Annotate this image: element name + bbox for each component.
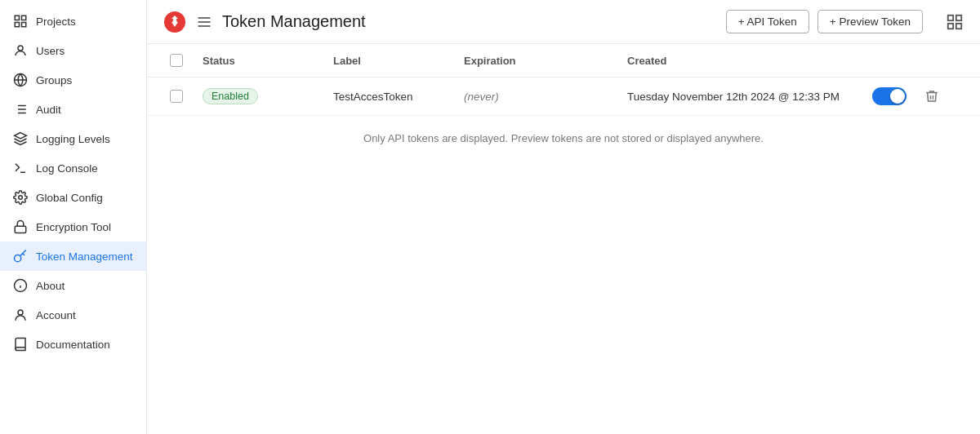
- row-checkbox: [163, 82, 196, 111]
- row-checkbox-input[interactable]: [170, 90, 183, 103]
- info-text: Only API tokens are displayed. Preview t…: [147, 116, 980, 161]
- sidebar-item-log-console[interactable]: Log Console: [0, 153, 146, 183]
- delete-button[interactable]: [921, 86, 942, 107]
- svg-rect-26: [948, 15, 953, 20]
- col-toggle: [866, 51, 915, 70]
- sidebar-item-label: Encryption Tool: [36, 221, 111, 233]
- sidebar-item-projects[interactable]: Projects: [0, 7, 146, 36]
- sidebar: Projects Users Groups Audit Logging Leve…: [0, 0, 147, 434]
- sidebar-item-groups[interactable]: Groups: [0, 65, 146, 95]
- sidebar-item-label: Groups: [36, 74, 72, 86]
- main-content: Token Management + API Token + Preview T…: [147, 0, 980, 434]
- audit-icon: [13, 102, 28, 117]
- svg-marker-12: [15, 133, 27, 140]
- col-checkbox: [163, 44, 196, 77]
- menu-icon[interactable]: [196, 14, 212, 30]
- sidebar-item-token-management[interactable]: Token Management: [0, 241, 146, 271]
- about-icon: [13, 278, 28, 293]
- row-toggle: [866, 79, 915, 113]
- sidebar-item-label: Account: [36, 309, 76, 321]
- sidebar-item-label: Global Config: [36, 192, 103, 204]
- row-label: TestAccesToken: [327, 82, 457, 111]
- page-header: Token Management + API Token + Preview T…: [147, 0, 980, 44]
- col-label: Label: [327, 45, 457, 77]
- col-delete: [915, 51, 964, 70]
- table-row: Enabled TestAccesToken (never) Tuesday N…: [147, 78, 980, 116]
- account-icon: [13, 308, 28, 322]
- token-table: Status Label Expiration Created Enabled …: [147, 44, 980, 161]
- sidebar-item-global-config[interactable]: Global Config: [0, 183, 146, 212]
- svg-point-22: [172, 20, 177, 24]
- sidebar-item-account[interactable]: Account: [0, 300, 146, 330]
- enabled-toggle[interactable]: [872, 87, 906, 105]
- documentation-icon: [13, 337, 28, 352]
- lock-icon: [13, 219, 28, 234]
- sidebar-item-label: Log Console: [36, 162, 98, 175]
- header-actions: + API Token + Preview Token: [726, 10, 923, 33]
- sidebar-item-label: Documentation: [36, 339, 110, 351]
- page-title: Token Management: [222, 12, 716, 31]
- sidebar-item-logging-levels[interactable]: Logging Levels: [0, 124, 146, 153]
- table-header-row: Status Label Expiration Created: [147, 44, 980, 78]
- sidebar-item-label: Token Management: [36, 250, 133, 263]
- api-token-button[interactable]: + API Token: [726, 10, 809, 33]
- svg-point-4: [18, 46, 23, 51]
- groups-icon: [13, 73, 28, 87]
- row-delete: [915, 78, 964, 115]
- row-expiration: (never): [457, 82, 621, 111]
- grid-icon: [13, 14, 28, 29]
- row-created: Tuesday November 12th 2024 @ 12:33 PM: [621, 82, 866, 111]
- svg-point-14: [19, 196, 23, 200]
- sidebar-item-label: Users: [36, 45, 65, 57]
- svg-rect-29: [956, 23, 961, 28]
- settings-icon: [13, 190, 28, 205]
- sidebar-item-about[interactable]: About: [0, 271, 146, 300]
- col-status: Status: [196, 45, 327, 77]
- console-icon: [13, 161, 28, 175]
- svg-rect-1: [22, 16, 26, 20]
- svg-rect-28: [948, 23, 953, 28]
- sidebar-item-documentation[interactable]: Documentation: [0, 330, 146, 359]
- sidebar-item-label: Projects: [36, 16, 76, 28]
- toggle-knob: [890, 89, 905, 104]
- header-checkbox[interactable]: [170, 54, 183, 67]
- svg-point-20: [18, 310, 23, 315]
- svg-rect-0: [15, 16, 19, 20]
- col-expiration: Expiration: [457, 45, 621, 77]
- svg-rect-27: [956, 15, 961, 20]
- logging-icon: [13, 131, 28, 146]
- sidebar-item-users[interactable]: Users: [0, 36, 146, 65]
- svg-rect-15: [15, 226, 26, 232]
- status-badge: Enabled: [203, 88, 258, 104]
- svg-rect-3: [22, 23, 26, 27]
- users-icon: [13, 43, 28, 58]
- apps-icon[interactable]: [946, 13, 964, 31]
- key-icon: [13, 249, 28, 264]
- sidebar-item-audit[interactable]: Audit: [0, 95, 146, 124]
- sidebar-item-label: Audit: [36, 104, 61, 116]
- col-created: Created: [621, 45, 866, 77]
- row-status: Enabled: [196, 80, 327, 113]
- table-content: Status Label Expiration Created Enabled …: [147, 44, 980, 434]
- app-logo: [163, 11, 186, 33]
- svg-rect-2: [15, 23, 19, 27]
- svg-point-16: [15, 255, 21, 262]
- sidebar-item-label: Logging Levels: [36, 133, 110, 145]
- sidebar-item-label: About: [36, 280, 65, 292]
- preview-token-button[interactable]: + Preview Token: [817, 10, 923, 33]
- sidebar-item-encryption-tool[interactable]: Encryption Tool: [0, 212, 146, 241]
